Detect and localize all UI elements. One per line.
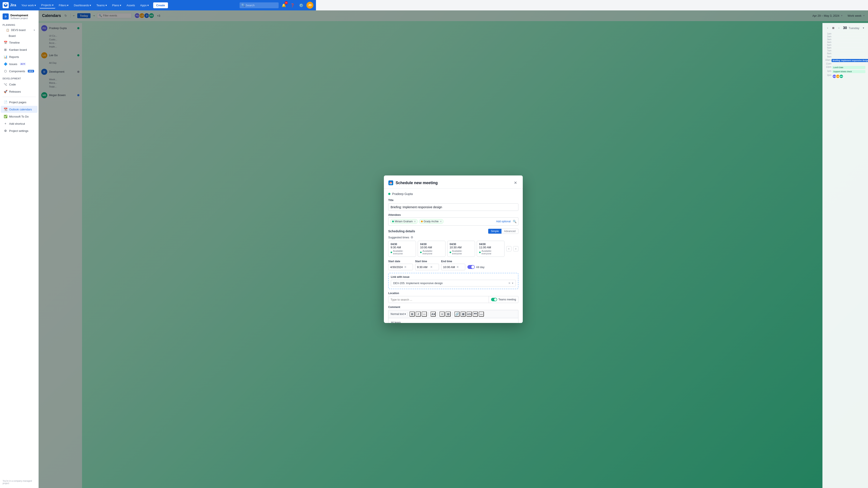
- project-info: Development Software project: [10, 14, 28, 20]
- timeline-icon: 📅: [3, 40, 7, 44]
- kanban-icon: ⊞: [3, 48, 7, 52]
- outlook-icon: 📆: [3, 107, 7, 111]
- code-icon: ⌥: [3, 83, 7, 86]
- sidebar-item-board[interactable]: Board: [1, 33, 37, 39]
- main-content: Calendars ↻ ← Today → 🔍 PG LG D MB +3 Ap…: [39, 10, 316, 177]
- releases-icon: 🚀: [3, 90, 7, 94]
- sidebar: D Development Software project PLANNING …: [0, 10, 39, 177]
- development-section-label: DEVELOPMENT: [0, 75, 38, 81]
- notifications-button[interactable]: 🔔 30: [280, 2, 287, 9]
- user-avatar[interactable]: JD: [306, 2, 313, 9]
- search-container: 🔍: [240, 2, 279, 8]
- sidebar-item-outlook-calendars[interactable]: 📆 Outlook calendars: [1, 106, 37, 113]
- sidebar-project-header: D Development Software project: [0, 10, 38, 21]
- nav-filters[interactable]: Filters ▾: [57, 2, 70, 8]
- sidebar-item-code[interactable]: ⌥ Code: [1, 81, 37, 88]
- nav-assets[interactable]: Assets: [125, 2, 137, 8]
- project-icon: D: [3, 13, 9, 20]
- nav-your-work[interactable]: Your work ▾: [20, 2, 37, 8]
- gear-icon: ⚙️: [299, 3, 303, 7]
- settings-icon: ⚙: [3, 129, 7, 133]
- sidebar-item-project-pages[interactable]: 📄 Project pages: [1, 99, 37, 106]
- search-input[interactable]: [240, 2, 279, 8]
- board-icon: 📋: [6, 29, 9, 32]
- nav-projects[interactable]: Projects ▾: [39, 2, 55, 8]
- reports-icon: 📊: [3, 55, 7, 59]
- sidebar-item-devs-board[interactable]: 📋 DEVS board ▾: [1, 27, 37, 33]
- project-type: Software project: [10, 17, 28, 20]
- sidebar-item-reports[interactable]: 📊 Reports: [1, 53, 37, 60]
- sidebar-divider: [3, 97, 36, 97]
- modal-overlay[interactable]: 📅 Schedule new meeting ✕ Pradeep Gupta T…: [39, 10, 316, 177]
- sidebar-item-microsoft-todo[interactable]: ✅ Microsoft To Do: [1, 113, 37, 120]
- nav-apps[interactable]: Apps ▾: [138, 2, 151, 8]
- ai-badge: AI ✦: [20, 63, 26, 65]
- sidebar-item-releases[interactable]: 🚀 Releases: [1, 88, 37, 95]
- top-navigation: Jira Your work ▾ Projects ▾ Filters ▾ Da…: [0, 0, 316, 10]
- create-button[interactable]: Create: [153, 2, 168, 8]
- planning-section-label: PLANNING: [0, 21, 38, 27]
- sidebar-item-components[interactable]: ⬡ Components NEW: [1, 68, 37, 75]
- new-badge: NEW: [28, 70, 34, 72]
- search-icon: 🔍: [241, 3, 245, 7]
- jira-logo-icon: [3, 2, 9, 8]
- chevron-down-icon: ▾: [34, 29, 35, 32]
- sidebar-item-timeline[interactable]: 📅 Timeline: [1, 39, 37, 46]
- settings-button[interactable]: ⚙️: [298, 2, 305, 9]
- add-shortcut-icon: ＋: [3, 122, 7, 126]
- topnav-right-section: 🔍 🔔 30 ❓ ⚙️ JD: [240, 2, 313, 9]
- help-icon: ❓: [290, 3, 295, 7]
- nav-teams[interactable]: Teams ▾: [95, 2, 108, 8]
- pages-icon: 📄: [3, 100, 7, 104]
- sidebar-item-issues[interactable]: 🔷 Issues AI ✦: [1, 61, 37, 67]
- jira-wordmark: Jira: [10, 3, 16, 7]
- issues-icon: 🔷: [3, 62, 7, 66]
- nav-dashboards[interactable]: Dashboards ▾: [72, 2, 93, 8]
- todo-icon: ✅: [3, 115, 7, 119]
- help-button[interactable]: ❓: [289, 2, 296, 9]
- nav-plans[interactable]: Plans ▾: [111, 2, 123, 8]
- sidebar-item-kanban[interactable]: ⊞ Kanban board: [1, 46, 37, 53]
- sidebar-item-add-shortcut[interactable]: ＋ Add shortcut: [1, 120, 37, 127]
- components-icon: ⬡: [3, 69, 7, 73]
- notification-badge: 30: [285, 1, 288, 4]
- jira-logo[interactable]: Jira: [3, 2, 16, 8]
- project-name: Development: [10, 14, 28, 17]
- sidebar-item-project-settings[interactable]: ⚙ Project settings: [1, 127, 37, 134]
